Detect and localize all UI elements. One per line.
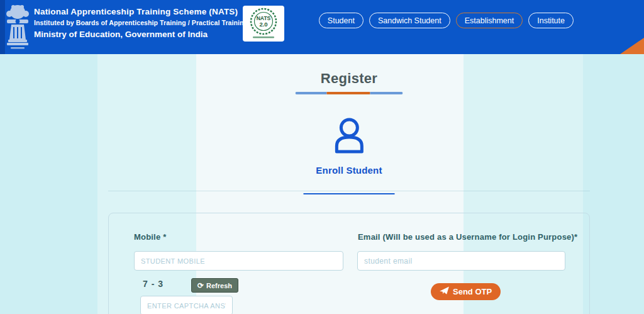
captcha-refresh-button[interactable]: ⟳ Refresh [191, 278, 238, 293]
mobile-input[interactable] [134, 251, 343, 271]
page-title-underline [296, 92, 403, 94]
app-ministry: Ministry of Education, Government of Ind… [34, 30, 248, 39]
nats-logo-version: 2.0 [259, 21, 267, 28]
tab-divider [108, 191, 590, 191]
page-title: Register [321, 70, 377, 87]
refresh-icon: ⟳ [197, 282, 204, 289]
captcha-question: 7 - 3 [143, 279, 164, 289]
tab-active-indicator [304, 193, 395, 194]
nav-establishment[interactable]: Establishment [456, 13, 523, 28]
header-nav: Student Sandwich Student Establishment I… [319, 13, 574, 28]
mobile-label: Mobile * [134, 232, 166, 242]
send-icon [440, 286, 449, 297]
email-label: Email (Will be used as a Username for Lo… [358, 232, 577, 242]
india-emblem-icon [6, 3, 30, 55]
header-corner-accent [620, 38, 644, 54]
register-form: Mobile * Email (Will be used as a Userna… [108, 213, 590, 314]
app-subtitle: Instituted by Boards of Apprenticeship T… [34, 19, 248, 26]
nats-logo: NATS 2.0 [243, 6, 284, 42]
header-edge-strip [0, 0, 5, 54]
captcha-answer-input[interactable] [140, 296, 233, 314]
nav-sandwich-student[interactable]: Sandwich Student [369, 13, 450, 28]
tab-enroll-student-label: Enroll Student [316, 165, 382, 176]
tab-enroll-student[interactable]: Enroll Student [316, 117, 382, 176]
app-title: National Apprenticeship Training Scheme … [34, 7, 248, 16]
person-icon [331, 117, 367, 156]
nav-institute[interactable]: Institute [528, 13, 574, 28]
nav-student[interactable]: Student [319, 13, 364, 28]
send-otp-label: Send OTP [453, 287, 492, 296]
nats-register-page: National Apprenticeship Training Scheme … [0, 0, 644, 314]
refresh-label: Refresh [206, 282, 232, 289]
header-title-block: National Apprenticeship Training Scheme … [34, 7, 248, 39]
email-input[interactable] [357, 251, 565, 271]
send-otp-button[interactable]: Send OTP [431, 283, 501, 300]
app-header: National Apprenticeship Training Scheme … [0, 0, 644, 54]
